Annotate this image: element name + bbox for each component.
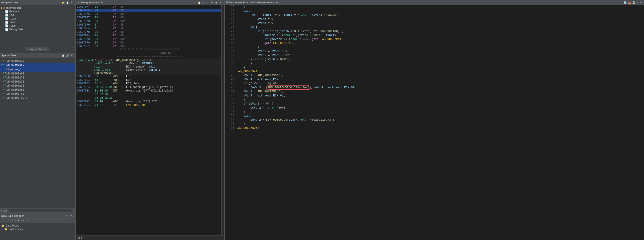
listing-body: 00607974 00 ?? 00h 00607975 00 ?? 00h 00… bbox=[76, 5, 224, 235]
tree-item-reloc[interactable]: 📄 .reloc bbox=[0, 24, 75, 28]
listing-func-name-row: FUN_00607980 bbox=[76, 72, 222, 75]
listing-unk-607976: ?? bbox=[113, 13, 116, 16]
listing-icon1[interactable]: 📋 bbox=[198, 1, 201, 4]
filter-input[interactable] bbox=[9, 209, 74, 212]
program-trees-icon3[interactable]: 📋 bbox=[66, 1, 69, 4]
listing-param-ret: undefined4 * EAX:4 <RETURN> bbox=[76, 62, 222, 65]
tree-label-data: .data bbox=[9, 21, 15, 24]
asm-row-607988[interactable]: 00607988 81 3d 10 CMP dword ptr [DAT_006… bbox=[76, 89, 222, 93]
asm-row-607981[interactable]: 00607981 55 PUSH EBP bbox=[76, 78, 222, 82]
listing-row-60797d[interactable]: 0060797d 00 ?? 00h bbox=[76, 38, 222, 41]
listing-addr: 00607974 bbox=[77, 6, 95, 9]
listing-icon5[interactable]: 🔲 bbox=[214, 1, 218, 4]
dtm-btn-action3[interactable]: − bbox=[26, 219, 29, 222]
listing-tab-icon: ≡ bbox=[77, 1, 79, 4]
listing-close[interactable]: ✕ bbox=[219, 1, 222, 4]
asm-row-607980[interactable]: 00607980 56 PUSH ESI bbox=[76, 75, 222, 78]
dtm-dropdown-icon[interactable]: ▼ bbox=[66, 215, 68, 217]
listing-row-60797a[interactable]: 0060797a 1f ?? 1Fh bbox=[76, 27, 222, 30]
code-line-24: 24 else { bbox=[225, 9, 644, 13]
listing-row-60797e[interactable]: 0060797e 00 ?? 00h bbox=[76, 41, 222, 45]
listing-row-607976[interactable]: 00607976 00 ?? 00h bbox=[76, 12, 222, 16]
decompile-header: 🔍 Decompile: FUN_00607980 – (malware.bin… bbox=[225, 0, 644, 5]
dtm-btn-action1[interactable]: 🔎 bbox=[16, 219, 20, 222]
symbol-item-fun607980[interactable]: ▼ f FUN_00607980 bbox=[0, 63, 75, 67]
listing-byte: 00 bbox=[95, 6, 113, 9]
code-text-46: } bbox=[236, 98, 643, 101]
listing-scrollbar[interactable] bbox=[222, 5, 224, 235]
symbol-item-fun607bf0[interactable]: ▷ f FUN_00607bf0 bbox=[0, 84, 75, 88]
program-trees-icon2[interactable]: 📂 bbox=[62, 1, 65, 4]
code-text-35: iVar5 = iVar5 + 0x18; bbox=[236, 54, 643, 57]
listing-content[interactable]: 00607974 00 ?? 00h 00607975 00 ?? 00h 00… bbox=[76, 5, 222, 235]
listing-row-60797b[interactable]: 0060797b 80 ?? 80h bbox=[76, 30, 222, 34]
listing-unk-607978: ?? bbox=[113, 20, 116, 23]
program-trees-icon1[interactable]: 🗂 bbox=[57, 1, 61, 4]
dtm-btn-home[interactable]: ⌂ bbox=[11, 219, 15, 222]
dtm-close[interactable]: ✕ bbox=[70, 214, 74, 217]
dtm-btn-action2[interactable]: ✎ bbox=[21, 219, 25, 222]
listing-row-60797c[interactable]: 0060797c 00 ?? 00h bbox=[76, 34, 222, 38]
listing-icon3[interactable]: ↑ bbox=[206, 1, 210, 4]
symbol-item-fun607e60[interactable]: ▷ f FUN_00607e60 bbox=[0, 88, 75, 92]
decompile-content[interactable]: 23 } 24 else { 25 for (; iVar1 != 0; iVa… bbox=[225, 5, 644, 240]
dtm-btn-left[interactable]: ← bbox=[1, 219, 6, 222]
listing-row-607974[interactable]: 00607974 00 ?? 00h bbox=[76, 5, 222, 9]
listing-row-607977[interactable]: 00607977 00 ?? 00h bbox=[76, 16, 222, 20]
listing-icon2[interactable]: 🖊 bbox=[202, 1, 205, 4]
dtm-btn-right[interactable]: → bbox=[6, 219, 10, 222]
dtm-label-datatypes: Data Types bbox=[6, 224, 19, 227]
symbol-item-fun607a70[interactable]: ▷ f FUN_00607a70 bbox=[0, 76, 75, 80]
dtm-item-builtintypes[interactable]: 📁 BuiltInTypes bbox=[1, 227, 74, 231]
symbol-tree-icon2[interactable]: 🔗 bbox=[66, 54, 69, 57]
listing-row-60797f[interactable]: 0060797f 00 ?? 00h bbox=[76, 45, 222, 48]
symbol-item-param1[interactable]: Pⓟ param_1 bbox=[0, 67, 75, 72]
asm-addr-607981: 00607981 bbox=[77, 79, 95, 82]
nav-next[interactable]: ▶ bbox=[80, 236, 84, 239]
symbol-item-fun607b30[interactable]: ▷ f FUN_00607b30 bbox=[0, 80, 75, 84]
asm-row-607982[interactable]: 00607982 8b f1 MOV ESI,this bbox=[76, 82, 222, 85]
listing-row-607979[interactable]: 00607979 0f ?? 0Fh bbox=[76, 23, 222, 27]
symbol-item-fun607a60[interactable]: ▷ f FUN_00607a60 bbox=[0, 72, 75, 76]
asm-row-607984[interactable]: 00607984 8b 54 24 0c MOV EDX,dword ptr [… bbox=[76, 85, 222, 89]
line-num-30: 30 bbox=[226, 34, 234, 37]
listing-byte-60797d: 00 bbox=[95, 38, 113, 41]
symbol-tree-close[interactable]: ✕ bbox=[70, 54, 74, 57]
listing-row-607975[interactable]: 00607975 00 ?? 00h bbox=[76, 9, 222, 12]
tree-item-text[interactable]: 📄 .text bbox=[0, 13, 75, 17]
decompile-dropdown-icon[interactable]: ▼ bbox=[636, 1, 638, 4]
listing-ptr-decl: * bbox=[94, 59, 98, 62]
listing-val-60797e: 00h bbox=[120, 41, 125, 44]
asm-row-607992[interactable]: 00607992 89 16 MOV dword ptr [ESI],EDX bbox=[76, 100, 222, 103]
asm-ops-607994: LAB_0060799d bbox=[126, 104, 220, 107]
listing-byte-607975: 00 bbox=[95, 9, 113, 12]
listing-val-607979: 0Fh bbox=[120, 23, 125, 27]
listing-icon4[interactable]: 🖥 bbox=[210, 1, 214, 4]
code-text-27: iVar5 = 0; bbox=[236, 21, 643, 25]
tree-item-debug[interactable]: 📄 Debug Data bbox=[0, 28, 75, 31]
symbol-item-fun607f00[interactable]: ▷ f FUN_00607f00 bbox=[0, 92, 75, 96]
asm-addr-cont2: 00607988 bbox=[77, 96, 95, 100]
symbol-item-fun607930[interactable]: ▷ f FUN_00607930 bbox=[0, 59, 75, 63]
decompile-icon2[interactable]: 📤 bbox=[628, 1, 631, 4]
line-num-29: 29 bbox=[226, 29, 234, 33]
symbol-tree-icon1[interactable]: 📋 bbox=[62, 54, 65, 57]
decompile-icon3[interactable]: 💾 bbox=[632, 1, 636, 4]
asm-row-607994[interactable]: 00607994 74 07 JZ LAB_0060799d bbox=[76, 103, 222, 107]
param-type-1: undefined4 bbox=[94, 68, 110, 72]
symbol-label-607b30: FUN_00607b30 bbox=[5, 80, 24, 83]
program-tree-button[interactable]: Program Tree × bbox=[26, 47, 50, 51]
program-trees-close[interactable]: ✕ bbox=[70, 1, 74, 4]
tree-item-data[interactable]: 📄 .data bbox=[0, 21, 75, 24]
listing-row-607978[interactable]: 00607978 00 ?? 00h bbox=[76, 20, 222, 23]
tree-item-rdata[interactable]: 📄 .rdata bbox=[0, 17, 75, 21]
nav-prev[interactable]: ◀ bbox=[77, 236, 80, 239]
code-line-34: 34 iVar6 = iVar6 + 1; bbox=[225, 50, 644, 54]
symbol-item-fun607f0x[interactable]: ▷ f FUN_00607f0... bbox=[0, 96, 75, 100]
dtm-item-datatypes[interactable]: 📁 Data Types bbox=[1, 224, 74, 227]
decompile-close[interactable]: ✕ bbox=[639, 1, 643, 4]
code-text-30: pcVar2 = *(char **)(iVar5 + 0x14 + iVar1… bbox=[236, 34, 643, 37]
decompile-icon1[interactable]: 🔄 bbox=[624, 1, 627, 4]
tree-item-malware-bin[interactable]: ▶🗁 malware.bin bbox=[0, 6, 75, 10]
tree-item-headers[interactable]: 📄 Headers bbox=[0, 10, 75, 13]
